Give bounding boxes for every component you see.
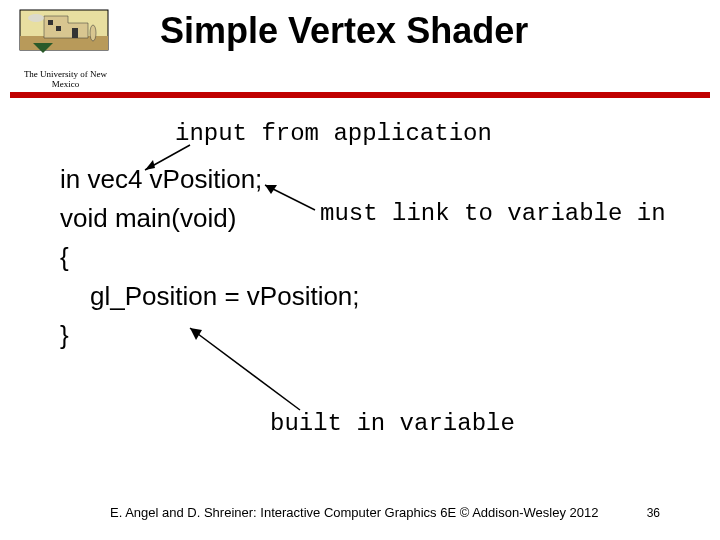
footer-credit: E. Angel and D. Shreiner: Interactive Co… — [110, 505, 598, 520]
title-divider — [10, 92, 710, 98]
annotation-link: must link to variable in — [320, 200, 666, 227]
logo-block: The University of New Mexico — [18, 8, 113, 89]
svg-point-8 — [28, 14, 44, 22]
code-line-5: } — [60, 316, 360, 355]
code-line-2: void main(void) — [60, 199, 360, 238]
annotation-input: input from application — [175, 120, 492, 147]
svg-point-7 — [90, 25, 96, 41]
unm-logo-icon — [18, 8, 113, 63]
code-block: in vec4 vPosition; void main(void) { gl_… — [60, 160, 360, 355]
svg-rect-4 — [48, 20, 53, 25]
code-line-4: gl_Position = vPosition; — [60, 277, 360, 316]
svg-rect-6 — [72, 28, 78, 38]
slide: The University of New Mexico Simple Vert… — [0, 0, 720, 540]
annotation-builtin: built in variable — [270, 410, 515, 437]
page-title: Simple Vertex Shader — [160, 10, 528, 52]
svg-rect-5 — [56, 26, 61, 31]
code-line-3: { — [60, 238, 360, 277]
logo-caption: The University of New Mexico — [18, 69, 113, 89]
page-number: 36 — [647, 506, 660, 520]
code-line-1: in vec4 vPosition; — [60, 160, 360, 199]
